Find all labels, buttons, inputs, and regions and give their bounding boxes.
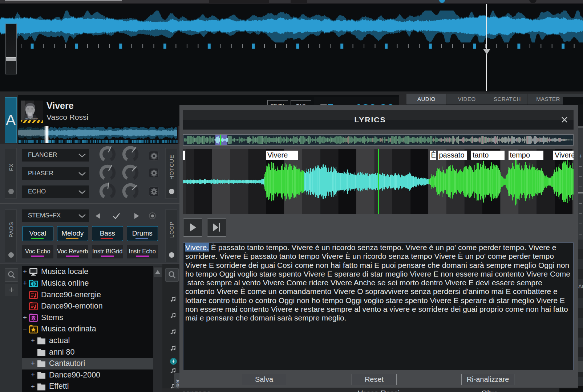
svg-text:VASCONONSTOP: VASCONONSTOP (25, 118, 38, 120)
